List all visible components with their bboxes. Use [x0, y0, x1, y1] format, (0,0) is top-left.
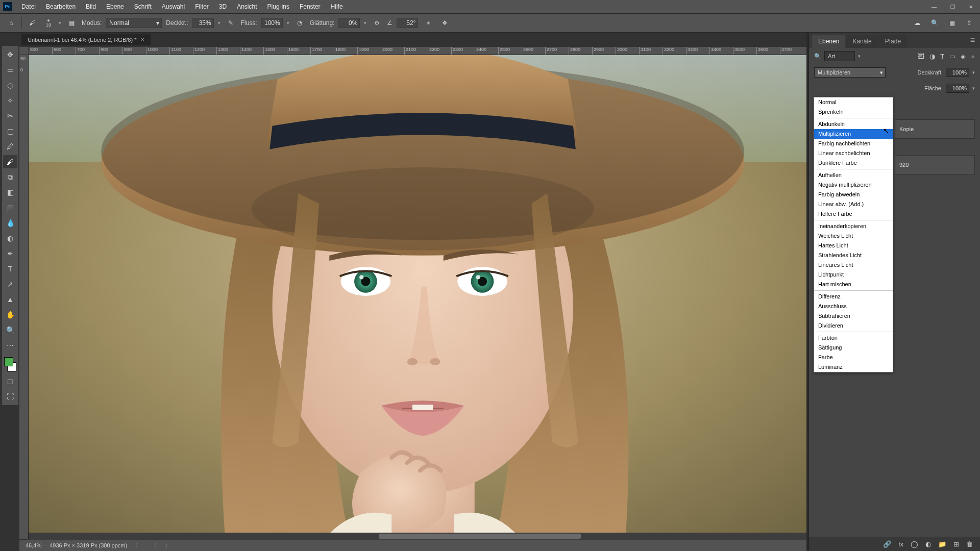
flow-input[interactable]: 100% [261, 18, 283, 28]
quickmask-tool[interactable]: ◻ [3, 374, 17, 388]
blend-option[interactable]: Linear nachbelichten [814, 148, 893, 158]
angle-input[interactable]: 52° [397, 18, 418, 28]
blend-option[interactable]: Farbig nachbelichten [814, 139, 893, 148]
blend-option[interactable]: Subtrahieren [814, 311, 893, 321]
window-maximize[interactable]: ❐ [943, 0, 962, 13]
menu-filter[interactable]: Filter [190, 1, 214, 12]
workspace-icon[interactable]: ▦ [946, 17, 958, 29]
tab-pfade[interactable]: Pfade [879, 35, 907, 48]
smoothing-input[interactable]: 0% [338, 18, 360, 28]
pen-tool[interactable]: ✒ [3, 247, 17, 260]
share-icon[interactable]: ⇪ [964, 17, 975, 29]
adjustment-layer-icon[interactable]: ◐ [925, 540, 931, 548]
menu-auswahl[interactable]: Auswahl [157, 1, 190, 12]
blend-option[interactable]: Linear abw. (Add.) [814, 199, 893, 209]
tab-kanaele[interactable]: Kanäle [846, 35, 877, 48]
blend-option[interactable]: Sprenkeln [814, 107, 893, 117]
window-minimize[interactable]: — [925, 0, 943, 13]
hand-tool[interactable]: ✋ [3, 308, 17, 321]
blend-option[interactable]: Sättigung [814, 343, 893, 353]
move-tool[interactable]: ✥ [3, 48, 17, 61]
blend-option[interactable]: Abdunkeln [814, 119, 893, 129]
crop-tool[interactable]: ✂ [3, 109, 17, 122]
text-tool[interactable]: T [3, 262, 17, 276]
tab-ebenen[interactable]: Ebenen [812, 35, 845, 48]
home-icon[interactable]: ⌂ [5, 17, 17, 29]
pressure-size-icon[interactable]: ⌖ [422, 17, 434, 29]
frame-tool[interactable]: ▢ [3, 124, 17, 138]
window-close[interactable]: ✕ [962, 0, 980, 13]
blend-option[interactable]: Strahlendes Licht [814, 251, 893, 260]
ruler-vertical[interactable]: 50 0 [19, 55, 29, 539]
status-next-icon[interactable]: 〉 [165, 542, 170, 549]
layer-fill-input[interactable]: 100% [946, 84, 969, 93]
filter-toggle-icon[interactable]: ● [971, 53, 975, 60]
menu-schrift[interactable]: Schrift [129, 1, 157, 12]
new-layer-icon[interactable]: ⊞ [953, 540, 959, 548]
zoom-tool[interactable]: 🔍 [3, 323, 17, 337]
filter-adjust-icon[interactable]: ◑ [929, 53, 935, 60]
brush-panel-icon[interactable]: ▦ [65, 17, 78, 29]
magic-wand-tool[interactable]: ✧ [3, 94, 17, 107]
blend-option[interactable]: Dividieren [814, 321, 893, 331]
menu-plugins[interactable]: Plug-ins [262, 1, 295, 12]
scrollbar-thumb[interactable] [379, 534, 581, 539]
blend-option[interactable]: Hartes Licht [814, 241, 893, 251]
blend-option[interactable]: Ausschluss [814, 302, 893, 311]
blend-option[interactable]: Hart mischen [814, 280, 893, 289]
eyedropper-tool[interactable]: 🖊 [3, 140, 17, 153]
blend-option[interactable]: Lichtpunkt [814, 270, 893, 280]
canvas[interactable] [29, 55, 806, 539]
blend-option[interactable]: Differenz [814, 292, 893, 302]
menu-hilfe[interactable]: Hilfe [326, 1, 348, 12]
layer-blend-select[interactable]: Multiplizieren [814, 67, 886, 78]
blend-option[interactable]: Normal [814, 97, 893, 107]
edit-toolbar[interactable]: ⋯ [3, 339, 17, 352]
color-swatches[interactable] [3, 356, 17, 372]
document-tab-close-icon[interactable]: ✕ [140, 37, 144, 42]
menu-ansicht[interactable]: Ansicht [232, 1, 262, 12]
layer-group-icon[interactable]: 📁 [938, 540, 946, 548]
link-layers-icon[interactable]: 🔗 [883, 540, 891, 548]
dodge-tool[interactable]: ◐ [3, 232, 17, 245]
lasso-tool[interactable]: ◌ [3, 79, 17, 92]
brush-tool-icon[interactable]: 🖌 [26, 17, 38, 29]
blend-option[interactable]: Farbe [814, 353, 893, 362]
blend-option[interactable]: Weiches Licht [814, 231, 893, 241]
menu-bild[interactable]: Bild [81, 1, 101, 12]
clone-stamp-tool[interactable]: ⧉ [3, 170, 17, 184]
blend-option[interactable]: Lineares Licht [814, 260, 893, 270]
menu-datei[interactable]: Datei [16, 1, 41, 12]
opacity-input[interactable]: 35% [192, 18, 214, 28]
layer-row[interactable]: Kopie [895, 119, 975, 139]
artboard-tool[interactable]: ▭ [3, 63, 17, 77]
scrollbar-horizontal[interactable] [29, 533, 806, 540]
path-tool[interactable]: ↗ [3, 278, 17, 291]
blend-mode-select[interactable]: Normal [106, 18, 162, 28]
panel-menu-icon[interactable]: ≡ [965, 33, 980, 48]
cloud-docs-icon[interactable]: ☁ [912, 17, 923, 29]
blend-option[interactable]: Negativ multiplizieren [814, 180, 893, 190]
menu-ebene[interactable]: Ebene [101, 1, 129, 12]
layer-filter-select[interactable] [824, 51, 855, 61]
menu-3d[interactable]: 3D [214, 1, 232, 12]
filter-text-icon[interactable]: T [940, 53, 944, 60]
blend-option[interactable]: Dunklere Farbe [814, 158, 893, 168]
filter-smartobj-icon[interactable]: ◈ [961, 53, 966, 60]
shape-tool[interactable]: ▲ [3, 293, 17, 306]
ruler-origin[interactable] [19, 47, 29, 55]
status-menu-icon[interactable]: 〉 [135, 542, 141, 549]
status-dimensions[interactable]: 4936 Px × 3319 Px (300 ppcm) [50, 542, 127, 548]
brush-preset[interactable]: ●19 [42, 17, 55, 29]
search-app-icon[interactable]: 🔍 [929, 17, 940, 29]
blend-option[interactable]: Farbton [814, 333, 893, 343]
menu-bearbeiten[interactable]: Bearbeiten [41, 1, 81, 12]
menu-fenster[interactable]: Fenster [295, 1, 326, 12]
airbrush-icon[interactable]: ◔ [293, 17, 306, 29]
blend-option[interactable]: Aufhellen [814, 170, 893, 180]
status-prev-icon[interactable]: 〈 [151, 542, 157, 549]
blend-option[interactable]: Hellere Farbe [814, 209, 893, 219]
pressure-opacity-icon[interactable]: ✎ [225, 17, 237, 29]
layer-row[interactable]: 920 [895, 155, 975, 174]
blur-tool[interactable]: 💧 [3, 216, 17, 230]
